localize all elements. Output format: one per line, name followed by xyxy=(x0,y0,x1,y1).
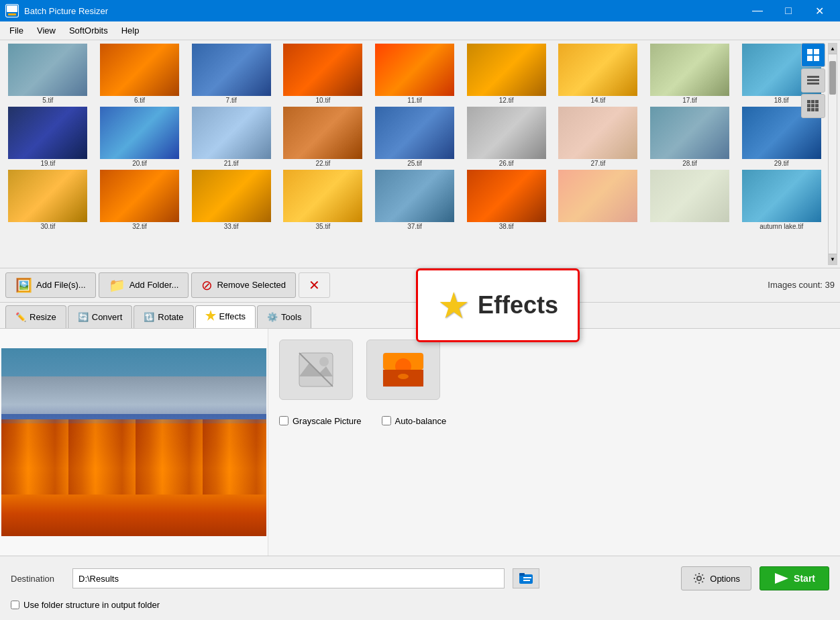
svg-rect-10 xyxy=(807,83,819,85)
grayscale-checkbox-item[interactable]: Grayscale Picture xyxy=(279,416,362,426)
options-gear-icon xyxy=(692,572,706,585)
destination-input[interactable] xyxy=(72,568,505,588)
color-effect-icon-box[interactable] xyxy=(366,340,440,400)
thumb-item[interactable]: 27.tif xyxy=(553,106,643,168)
titlebar-controls: — □ ✕ xyxy=(742,0,835,21)
no-effect-placeholder-icon xyxy=(296,350,336,390)
svg-rect-9 xyxy=(807,79,819,81)
status-bar: Destination Options xyxy=(0,556,840,620)
titlebar-left: Batch Picture Resizer xyxy=(5,4,108,17)
thumb-item[interactable]: 38.tif xyxy=(461,169,552,231)
effects-popup: ★ Effects xyxy=(416,268,580,342)
svg-rect-17 xyxy=(807,108,810,111)
thumb-item[interactable]: 11.tif xyxy=(370,43,460,105)
svg-marker-35 xyxy=(775,573,788,584)
thumb-item[interactable]: 22.tif xyxy=(278,106,368,168)
thumb-item[interactable]: 20.tif xyxy=(95,106,185,168)
effects-popup-text: Effects xyxy=(478,291,558,319)
tab-effects[interactable]: Effects xyxy=(195,305,256,328)
grayscale-checkbox[interactable] xyxy=(279,416,288,425)
tab-rotate[interactable]: 🔃 Rotate xyxy=(134,305,193,328)
thumb-item[interactable]: 10.tif xyxy=(278,43,368,105)
destination-browse-button[interactable] xyxy=(513,568,539,588)
thumb-item[interactable]: 21.tif xyxy=(186,106,276,168)
remove-selected-button[interactable]: ⊘ Remove Selected xyxy=(191,272,296,298)
svg-rect-3 xyxy=(8,13,16,15)
resize-icon: ✏️ xyxy=(15,312,26,322)
thumb-item[interactable]: 26.tif xyxy=(461,106,552,168)
grayscale-label: Grayscale Picture xyxy=(293,416,362,426)
scroll-thumb[interactable] xyxy=(829,61,836,95)
thumb-item[interactable]: 5.tif xyxy=(3,43,93,105)
thumb-item[interactable]: 6.tif xyxy=(95,43,185,105)
thumb-item[interactable]: 28.tif xyxy=(645,106,735,168)
start-button[interactable]: Start xyxy=(759,566,829,590)
no-effect-icon-box[interactable] xyxy=(279,340,353,400)
add-files-button[interactable]: 🖼️ Add File(s)... xyxy=(5,272,96,298)
clear-icon: ✕ xyxy=(309,277,320,293)
effects-star-icon: ★ xyxy=(437,285,470,327)
auto-balance-checkbox-item[interactable]: Auto-balance xyxy=(382,416,447,426)
close-button[interactable]: ✕ xyxy=(804,0,835,21)
tab-convert[interactable]: 🔄 Convert xyxy=(68,305,133,328)
thumb-item[interactable]: autumn lake.tif xyxy=(736,169,827,231)
svg-rect-5 xyxy=(814,49,819,54)
options-button[interactable]: Options xyxy=(681,566,751,590)
menu-view[interactable]: View xyxy=(30,23,62,38)
menu-file[interactable]: File xyxy=(3,23,30,38)
remove-selected-label: Remove Selected xyxy=(217,280,286,290)
image-grid-container: 5.tif 6.tif 7.tif 10.tif 11.tif 12.tif 1… xyxy=(0,40,840,268)
minimize-button[interactable]: — xyxy=(742,0,773,21)
svg-rect-4 xyxy=(807,49,812,54)
thumb-item[interactable]: 37.tif xyxy=(370,169,460,231)
scroll-up-button[interactable]: ▲ xyxy=(829,44,837,54)
add-files-label: Add File(s)... xyxy=(36,280,86,290)
add-folder-icon: 📁 xyxy=(109,277,125,293)
scroll-down-button[interactable]: ▼ xyxy=(829,254,837,264)
browse-folder-icon xyxy=(518,570,534,586)
thumb-item[interactable]: 7.tif xyxy=(186,43,276,105)
effects-icons-row xyxy=(279,340,829,400)
menu-softorbits[interactable]: SoftOrbits xyxy=(62,23,115,38)
svg-rect-7 xyxy=(814,56,819,61)
thumb-item[interactable]: 32.tif xyxy=(95,169,185,231)
small-grid-view-button[interactable] xyxy=(801,94,825,118)
thumb-item[interactable]: 33.tif xyxy=(186,169,276,231)
svg-rect-31 xyxy=(519,573,525,576)
thumb-item[interactable] xyxy=(553,169,643,231)
add-folder-button[interactable]: 📁 Add Folder... xyxy=(99,272,189,298)
destination-label: Destination xyxy=(11,574,64,584)
thumb-item[interactable]: 14.tif xyxy=(553,43,643,105)
content-area: Grayscale Picture Auto-balance xyxy=(0,329,840,556)
auto-balance-checkbox[interactable] xyxy=(382,416,391,425)
add-files-icon: 🖼️ xyxy=(15,277,32,293)
titlebar: Batch Picture Resizer — □ ✕ xyxy=(0,0,840,21)
thumb-item[interactable]: 12.tif xyxy=(461,43,552,105)
menubar: File View SoftOrbits Help xyxy=(0,21,840,40)
thumb-item[interactable]: 25.tif xyxy=(370,106,460,168)
clear-button[interactable]: ✕ xyxy=(299,272,330,298)
tab-tools[interactable]: ⚙️ Tools xyxy=(257,305,311,328)
tools-icon: ⚙️ xyxy=(267,312,278,322)
thumb-item[interactable]: 19.tif xyxy=(3,106,93,168)
auto-balance-label: Auto-balance xyxy=(395,416,447,426)
use-folder-structure-checkbox[interactable] xyxy=(11,601,19,609)
thumb-item[interactable] xyxy=(645,169,735,231)
thumb-item[interactable]: 35.tif xyxy=(278,169,368,231)
effects-tab-icon xyxy=(205,310,216,323)
tab-resize[interactable]: ✏️ Resize xyxy=(5,305,66,328)
thumb-item[interactable]: 17.tif xyxy=(645,43,735,105)
images-count: Images count: 39 xyxy=(768,280,835,290)
folder-structure-row: Use folder structure in output folder xyxy=(11,600,829,610)
large-grid-view-button[interactable] xyxy=(801,43,825,67)
svg-rect-18 xyxy=(811,108,815,111)
maximize-button[interactable]: □ xyxy=(773,0,804,21)
list-view-button[interactable] xyxy=(801,68,825,93)
app-icon xyxy=(5,4,19,17)
menu-help[interactable]: Help xyxy=(115,23,146,38)
titlebar-title: Batch Picture Resizer xyxy=(24,6,108,16)
svg-rect-15 xyxy=(811,104,815,107)
vertical-scrollbar[interactable]: ▲ ▼ xyxy=(828,43,837,265)
effects-panel: Grayscale Picture Auto-balance xyxy=(268,329,840,556)
thumb-item[interactable]: 30.tif xyxy=(3,169,93,231)
